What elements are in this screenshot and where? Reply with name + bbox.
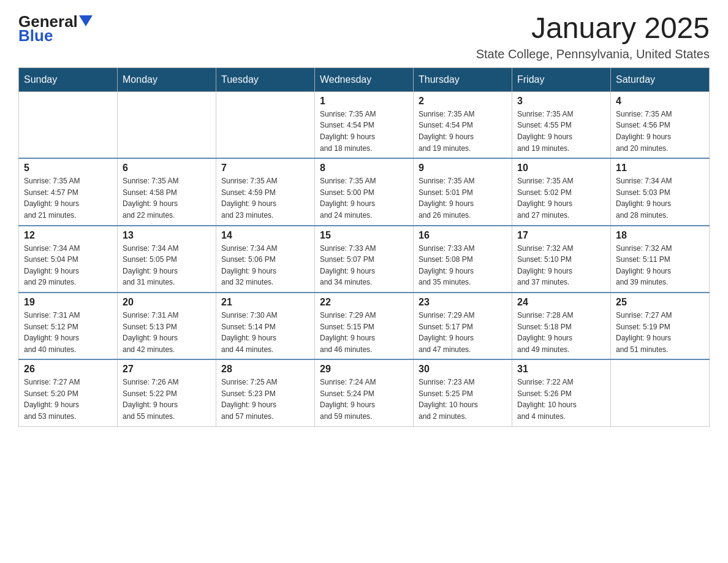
- calendar-cell: 30Sunrise: 7:23 AM Sunset: 5:25 PM Dayli…: [414, 359, 512, 426]
- calendar-cell: 13Sunrise: 7:34 AM Sunset: 5:05 PM Dayli…: [118, 226, 216, 293]
- calendar-cell: [216, 91, 315, 158]
- day-info: Sunrise: 7:35 AM Sunset: 4:59 PM Dayligh…: [221, 175, 309, 221]
- day-number: 25: [616, 297, 704, 308]
- day-number: 12: [24, 230, 112, 241]
- day-number: 19: [24, 297, 112, 308]
- weekday-header-row: SundayMondayTuesdayWednesdayThursdayFrid…: [19, 67, 710, 91]
- calendar-cell: 23Sunrise: 7:29 AM Sunset: 5:17 PM Dayli…: [414, 293, 512, 359]
- day-info: Sunrise: 7:26 AM Sunset: 5:22 PM Dayligh…: [123, 377, 211, 422]
- calendar-cell: 16Sunrise: 7:33 AM Sunset: 5:08 PM Dayli…: [414, 226, 512, 293]
- calendar-cell: 19Sunrise: 7:31 AM Sunset: 5:12 PM Dayli…: [19, 293, 118, 359]
- calendar-cell: 12Sunrise: 7:34 AM Sunset: 5:04 PM Dayli…: [19, 226, 118, 293]
- day-info: Sunrise: 7:22 AM Sunset: 5:26 PM Dayligh…: [517, 377, 605, 422]
- weekday-header-thursday: Thursday: [414, 67, 512, 91]
- day-info: Sunrise: 7:32 AM Sunset: 5:11 PM Dayligh…: [616, 243, 704, 288]
- day-number: 2: [419, 96, 507, 107]
- day-number: 23: [419, 297, 507, 308]
- day-info: Sunrise: 7:23 AM Sunset: 5:25 PM Dayligh…: [419, 377, 507, 422]
- day-number: 18: [616, 230, 704, 241]
- day-number: 31: [517, 364, 605, 375]
- calendar-week-row: 1Sunrise: 7:35 AM Sunset: 4:54 PM Daylig…: [19, 91, 710, 158]
- calendar-cell: 9Sunrise: 7:35 AM Sunset: 5:01 PM Daylig…: [414, 158, 512, 225]
- day-number: 14: [221, 230, 309, 241]
- day-number: 5: [24, 163, 112, 174]
- calendar-cell: [19, 91, 118, 158]
- calendar-cell: [118, 91, 216, 158]
- day-number: 8: [320, 163, 408, 174]
- calendar-cell: 15Sunrise: 7:33 AM Sunset: 5:07 PM Dayli…: [315, 226, 414, 293]
- day-info: Sunrise: 7:34 AM Sunset: 5:03 PM Dayligh…: [616, 175, 704, 221]
- day-info: Sunrise: 7:24 AM Sunset: 5:24 PM Dayligh…: [320, 377, 408, 422]
- title-block: January 2025 State College, Pennsylvania…: [476, 12, 710, 61]
- calendar-cell: 31Sunrise: 7:22 AM Sunset: 5:26 PM Dayli…: [512, 359, 611, 426]
- day-number: 20: [123, 297, 211, 308]
- day-number: 21: [221, 297, 309, 308]
- day-number: 7: [221, 163, 309, 174]
- calendar-week-row: 19Sunrise: 7:31 AM Sunset: 5:12 PM Dayli…: [19, 293, 710, 359]
- day-info: Sunrise: 7:29 AM Sunset: 5:17 PM Dayligh…: [419, 310, 507, 355]
- day-info: Sunrise: 7:34 AM Sunset: 5:04 PM Dayligh…: [24, 243, 112, 288]
- day-info: Sunrise: 7:34 AM Sunset: 5:05 PM Dayligh…: [123, 243, 211, 288]
- calendar-cell: 6Sunrise: 7:35 AM Sunset: 4:58 PM Daylig…: [118, 158, 216, 225]
- day-number: 17: [517, 230, 605, 241]
- calendar-cell: 14Sunrise: 7:34 AM Sunset: 5:06 PM Dayli…: [216, 226, 315, 293]
- day-info: Sunrise: 7:27 AM Sunset: 5:20 PM Dayligh…: [24, 377, 112, 422]
- day-number: 22: [320, 297, 408, 308]
- day-info: Sunrise: 7:34 AM Sunset: 5:06 PM Dayligh…: [221, 243, 309, 288]
- day-info: Sunrise: 7:35 AM Sunset: 5:02 PM Dayligh…: [517, 175, 605, 221]
- day-number: 28: [221, 364, 309, 375]
- calendar-cell: 2Sunrise: 7:35 AM Sunset: 4:54 PM Daylig…: [414, 91, 512, 158]
- day-number: 16: [419, 230, 507, 241]
- calendar-cell: 7Sunrise: 7:35 AM Sunset: 4:59 PM Daylig…: [216, 158, 315, 225]
- month-title: January 2025: [476, 12, 710, 45]
- day-info: Sunrise: 7:35 AM Sunset: 4:55 PM Dayligh…: [517, 109, 605, 154]
- calendar-cell: 27Sunrise: 7:26 AM Sunset: 5:22 PM Dayli…: [118, 359, 216, 426]
- day-info: Sunrise: 7:31 AM Sunset: 5:13 PM Dayligh…: [123, 310, 211, 355]
- calendar-cell: 10Sunrise: 7:35 AM Sunset: 5:02 PM Dayli…: [512, 158, 611, 225]
- page-header: General Blue January 2025 State College,…: [18, 12, 710, 61]
- calendar-cell: 8Sunrise: 7:35 AM Sunset: 5:00 PM Daylig…: [315, 158, 414, 225]
- weekday-header-saturday: Saturday: [611, 67, 710, 91]
- day-info: Sunrise: 7:32 AM Sunset: 5:10 PM Dayligh…: [517, 243, 605, 288]
- day-number: 11: [616, 163, 704, 174]
- day-number: 6: [123, 163, 211, 174]
- day-number: 26: [24, 364, 112, 375]
- day-number: 27: [123, 364, 211, 375]
- day-number: 30: [419, 364, 507, 375]
- day-number: 10: [517, 163, 605, 174]
- location-text: State College, Pennsylvania, United Stat…: [476, 47, 710, 61]
- calendar-cell: 3Sunrise: 7:35 AM Sunset: 4:55 PM Daylig…: [512, 91, 611, 158]
- calendar-cell: 5Sunrise: 7:35 AM Sunset: 4:57 PM Daylig…: [19, 158, 118, 225]
- day-info: Sunrise: 7:25 AM Sunset: 5:23 PM Dayligh…: [221, 377, 309, 422]
- day-info: Sunrise: 7:33 AM Sunset: 5:08 PM Dayligh…: [419, 243, 507, 288]
- day-info: Sunrise: 7:35 AM Sunset: 4:54 PM Dayligh…: [419, 109, 507, 154]
- day-info: Sunrise: 7:28 AM Sunset: 5:18 PM Dayligh…: [517, 310, 605, 355]
- logo-triangle-icon: [79, 15, 93, 26]
- day-info: Sunrise: 7:33 AM Sunset: 5:07 PM Dayligh…: [320, 243, 408, 288]
- calendar-cell: 18Sunrise: 7:32 AM Sunset: 5:11 PM Dayli…: [611, 226, 710, 293]
- calendar-cell: 24Sunrise: 7:28 AM Sunset: 5:18 PM Dayli…: [512, 293, 611, 359]
- calendar-cell: 11Sunrise: 7:34 AM Sunset: 5:03 PM Dayli…: [611, 158, 710, 225]
- calendar-cell: 20Sunrise: 7:31 AM Sunset: 5:13 PM Dayli…: [118, 293, 216, 359]
- day-number: 1: [320, 96, 408, 107]
- calendar-cell: 17Sunrise: 7:32 AM Sunset: 5:10 PM Dayli…: [512, 226, 611, 293]
- calendar-week-row: 26Sunrise: 7:27 AM Sunset: 5:20 PM Dayli…: [19, 359, 710, 426]
- day-info: Sunrise: 7:35 AM Sunset: 5:01 PM Dayligh…: [419, 175, 507, 221]
- day-number: 9: [419, 163, 507, 174]
- day-info: Sunrise: 7:35 AM Sunset: 4:57 PM Dayligh…: [24, 175, 112, 221]
- day-number: 13: [123, 230, 211, 241]
- weekday-header-monday: Monday: [118, 67, 216, 91]
- day-info: Sunrise: 7:35 AM Sunset: 4:58 PM Dayligh…: [123, 175, 211, 221]
- calendar-table: SundayMondayTuesdayWednesdayThursdayFrid…: [18, 67, 710, 427]
- day-info: Sunrise: 7:30 AM Sunset: 5:14 PM Dayligh…: [221, 310, 309, 355]
- weekday-header-tuesday: Tuesday: [216, 67, 315, 91]
- calendar-cell: 29Sunrise: 7:24 AM Sunset: 5:24 PM Dayli…: [315, 359, 414, 426]
- weekday-header-sunday: Sunday: [19, 67, 118, 91]
- calendar-week-row: 5Sunrise: 7:35 AM Sunset: 4:57 PM Daylig…: [19, 158, 710, 225]
- day-info: Sunrise: 7:31 AM Sunset: 5:12 PM Dayligh…: [24, 310, 112, 355]
- day-info: Sunrise: 7:27 AM Sunset: 5:19 PM Dayligh…: [616, 310, 704, 355]
- day-info: Sunrise: 7:35 AM Sunset: 4:54 PM Dayligh…: [320, 109, 408, 154]
- calendar-cell: [611, 359, 710, 426]
- calendar-cell: 25Sunrise: 7:27 AM Sunset: 5:19 PM Dayli…: [611, 293, 710, 359]
- calendar-cell: 4Sunrise: 7:35 AM Sunset: 4:56 PM Daylig…: [611, 91, 710, 158]
